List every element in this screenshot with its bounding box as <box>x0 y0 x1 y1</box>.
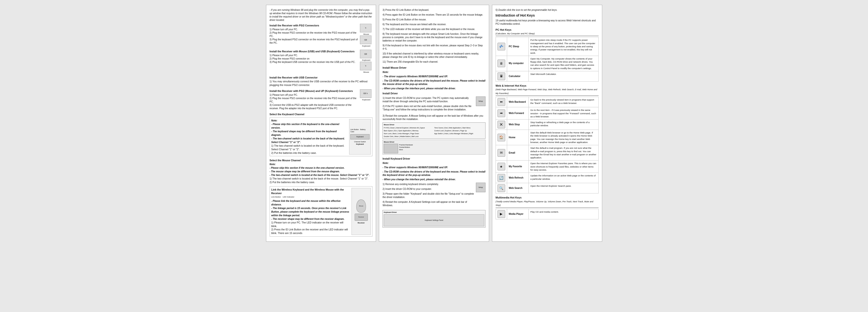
usb-step1: 1) You may simultaneously connect the US… <box>270 80 373 87</box>
usb-title: Install the Receiver with USB Connector <box>270 76 373 80</box>
recv-img-label: Receiver <box>358 222 365 224</box>
table-row: ▶ Media Player Play CD and media content… <box>496 209 598 219</box>
web-header-sub: (Web Page Backward, Web Page Forward, We… <box>496 88 597 94</box>
mouse-img: 🖱 <box>360 24 371 32</box>
kb-mouse-img: ⌨🖱 <box>360 89 371 98</box>
kb-note3: - The two-channel switch is located on t… <box>271 137 347 144</box>
web-search-name: Web Search <box>507 183 528 193</box>
pc-sleep-icon-cell: 💤 <box>496 37 507 56</box>
panel-3: 5) Double click the icon to set the prog… <box>492 5 602 242</box>
web-forward-icon-cell: ➡ <box>496 107 507 120</box>
kb-note2: - The keyboard shape may be different fr… <box>271 130 347 137</box>
media-player-name: Media Player <box>507 209 528 219</box>
mouse-label: Mouse <box>360 33 372 35</box>
my-computer-name: My computer <box>507 56 528 71</box>
web-backward-icon: ⬅ <box>497 98 505 106</box>
web-refresh-icon: 🔄 <box>497 174 505 182</box>
install-driver-title: Install Driver <box>382 92 486 95</box>
pc-sleep-name: PC Sleep <box>507 37 528 56</box>
mouse-driver-note3: - When you change the interface port, pl… <box>382 87 486 90</box>
my-computer-icon: 🖥 <box>497 60 505 67</box>
my-favorite-icon-cell: ★ <box>496 161 507 173</box>
ps2-title: Install the Receiver with PS/2 Connector… <box>270 24 358 27</box>
email-icon: ✉ <box>497 149 505 157</box>
led-label: LED Indicator <box>283 196 294 198</box>
table-row: 🔄 Web Refresh Update the information on … <box>496 173 598 183</box>
kb-mouse-label: Keyboard <box>360 98 372 101</box>
web-refresh-name: Web Refresh <box>507 173 528 183</box>
web-hotkeys-header: Web & Internet Hot Keys (Web Page Backwa… <box>496 84 598 96</box>
table-row: 🖩 Calculator Start Microsoft Calculator. <box>496 71 598 82</box>
ps2-up-step3: 3) Connect the USB-to-PS/2 adapter with … <box>270 103 358 110</box>
link-step7: 7) The LED indicator of the receiver wil… <box>382 28 486 31</box>
web-refresh-desc: Update the information on an active Web … <box>528 173 598 183</box>
panel-2: 3) Press the ID Link Button of the keybo… <box>379 5 489 242</box>
kb-install-step2: 2) Insert the driver CD-ROM to your comp… <box>382 187 474 191</box>
link-step11: 11) There are 256 changeable IDs for eac… <box>382 60 486 64</box>
table-row: ✕ Web Stop Stop loading or refreshing a … <box>496 120 598 130</box>
ps2-section: Install the Receiver with PS/2 Connector… <box>270 24 373 47</box>
col1: FY-FID | Down | Internet Explorer | Mini… <box>384 127 434 129</box>
ps2-up-section: Install the Receiver with PS/2 (Mouse) a… <box>270 89 373 110</box>
table-row: 🖥 My computer Open My Computer. My compu… <box>496 56 598 71</box>
receiver-labels: Link Button LED Indicator <box>271 196 350 198</box>
receiver-section: Link the Wireless Keyboard and the Wirel… <box>270 186 373 237</box>
media-player-desc: Play CD and media content. <box>528 209 598 219</box>
multimedia-hotkeys-header: Multimedia Hot Keys (Totally control Med… <box>496 196 598 208</box>
kb-channel-title: Select the Keyboard Channel <box>270 113 373 116</box>
col4: Control Lock | Explorer | Browser | Page… <box>434 130 484 132</box>
web-search-icon-cell: 🔍 <box>496 183 507 193</box>
home-desc: Start the default Web browser or go to t… <box>528 130 598 145</box>
col5: Num Lock | Back | Undo-Manager | Page Do… <box>384 132 434 135</box>
kb-note-label: Note: <box>271 119 347 122</box>
keyboard-label: Keyboard <box>360 44 372 47</box>
multimedia-hotkey-table: ▶ Media Player Play CD and media content… <box>496 209 598 219</box>
pc-header-sub: (Calculator, My Computer and PC Sleep) <box>496 32 535 35</box>
kb-diagram-rect: Keyboard <box>350 134 370 139</box>
usb-kb-step1: 1) Please turn off your PC. <box>270 54 358 57</box>
table-row: 🏠 Home Start the default Web browser or … <box>496 130 598 145</box>
my-favorite-name: My Favorite <box>507 161 528 173</box>
usb-kb-step3: 3) Plug the keyboard USB connector on th… <box>270 61 358 64</box>
table-row: ⬅ Web Backward Go back to the previously… <box>496 97 598 107</box>
web-forward-desc: Go to the next item - if it was previous… <box>528 107 598 120</box>
ps2-step3: 3) Plug the keyboard PS/2 connector on t… <box>270 38 358 44</box>
mouse-img-desc: Practice/HardwarePointer/MotionMore <box>399 144 413 153</box>
mouse-screenshot-title: Mouse Driver <box>384 124 484 126</box>
keyboard-diagram: Link Button Battery Case Keyboard Channe… <box>349 119 371 155</box>
web-search-desc: Open the Internet Explorer Search pane. <box>528 183 598 193</box>
receiver-diagram: Mouse Receiver Receiver <box>351 188 371 235</box>
recv-step2: 2) Press the ID Link Button on the recei… <box>271 228 350 235</box>
mouse-setup-icon: Setup <box>476 96 486 106</box>
web-backward-name: Web Backward <box>507 97 528 107</box>
my-favorite-icon: ★ <box>497 163 505 170</box>
ps2-image: 🖱 Mouse ⌨ Keyboard <box>360 24 372 47</box>
mouse-driver-screenshot: Mouse Driver FY-FID | Down | Internet Ex… <box>382 122 486 139</box>
table-row: ✉ Email Start the default e-mail program… <box>496 145 598 161</box>
kb-step2: 2) Put the batteries into the battery ca… <box>271 151 347 155</box>
kb-driver-note1: - The driver supports Windows 95/98/NT/2… <box>382 166 486 169</box>
usb-kb-title: Install the Receiver with Mouse (USB) an… <box>270 50 358 53</box>
kb-driver-note2: - The CD-ROM contains the drivers of the… <box>382 170 486 177</box>
link-step10: 10) If the selected channel is interfere… <box>382 52 486 59</box>
ps2-step1: 1) Please turn off your PC. <box>270 28 358 31</box>
kb-channel-block: Note: - Please skip this section if the … <box>270 117 373 156</box>
kb-step1: 1) The two-channel switch is located on … <box>271 144 347 151</box>
mouse-driver-img-content: Practice/HardwarePointer/MotionMore <box>384 144 484 153</box>
web-search-icon: 🔍 <box>497 184 505 192</box>
link-step6: 6) The keyboard and the mouse are linked… <box>382 23 486 26</box>
page-container: - If you are running Windows 98 and plug… <box>266 5 602 242</box>
mouse-note3: - The two-channel switch is located at t… <box>270 173 373 177</box>
setup-label: Setup <box>478 100 483 102</box>
web-stop-name: Web Stop <box>507 120 528 130</box>
mouse-note-label: Note: <box>270 163 373 166</box>
media-player-icon: ▶ <box>497 210 505 218</box>
keyboard-driver-screenshot: Keyboard Driver Keyboard Settings Panel <box>382 210 486 227</box>
email-desc: Start the default e-mail program. If you… <box>528 145 598 161</box>
kb-setup-label: Setup <box>478 186 483 189</box>
link-btn-label: Link Button <box>271 196 281 198</box>
top-note: 5) Double click the icon to set the prog… <box>496 8 598 12</box>
m-install-step3: 3) Restart the computer. A Mouse Setting… <box>382 114 486 121</box>
web-refresh-icon-cell: 🔄 <box>496 173 507 183</box>
home-name: Home <box>507 130 528 145</box>
